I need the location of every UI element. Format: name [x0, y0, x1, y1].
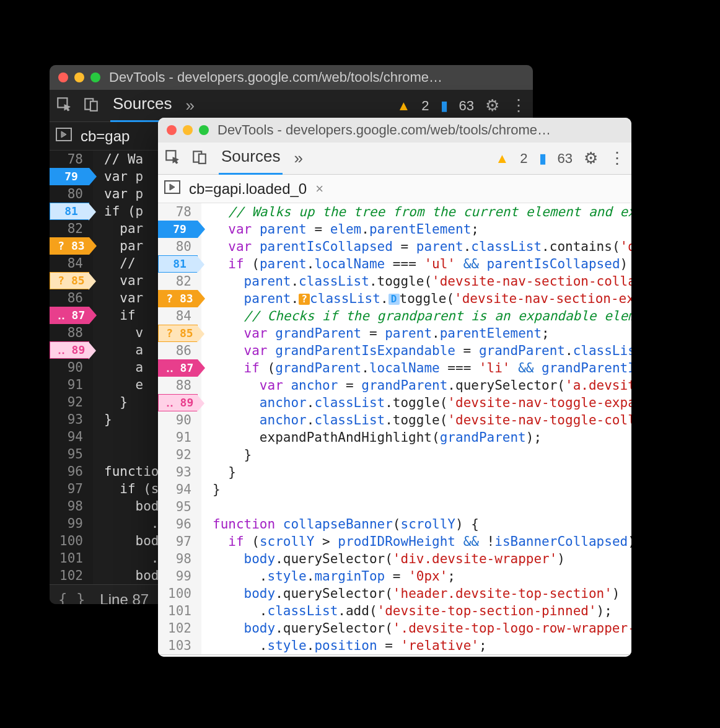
gutter-line[interactable]: 82	[158, 273, 196, 290]
warning-icon[interactable]: ▲	[397, 98, 410, 114]
minimize-window-button[interactable]	[183, 125, 193, 135]
gutter-line[interactable]: 99	[50, 515, 88, 532]
gear-icon[interactable]: ⚙	[485, 96, 499, 115]
gutter-line[interactable]: 80	[50, 185, 88, 203]
gutter-line[interactable]: 80	[158, 238, 196, 255]
gutter-line[interactable]: 98	[158, 550, 196, 568]
gutter-line[interactable]: ? 83	[50, 237, 88, 255]
close-window-button[interactable]	[58, 72, 68, 82]
device-icon[interactable]	[191, 149, 208, 169]
gutter-line[interactable]: 92	[158, 446, 196, 463]
breakpoint-marker[interactable]: ‥ 89	[158, 394, 198, 411]
gutter-line[interactable]: 82	[50, 220, 88, 237]
breakpoint-marker[interactable]: ‥ 87	[50, 307, 89, 324]
gutter-line[interactable]: 88	[50, 324, 88, 341]
gutter-line[interactable]: 84	[50, 255, 88, 272]
gutter-line[interactable]: 99	[158, 568, 196, 585]
breakpoint-marker[interactable]: ? 85	[50, 272, 89, 289]
debugger-panel-icon[interactable]	[56, 128, 72, 145]
breakpoint-marker[interactable]: ? 83	[158, 290, 198, 307]
gutter-line[interactable]: 95	[158, 498, 196, 515]
more-tabs-icon[interactable]: »	[185, 96, 194, 115]
code-editor[interactable]: 7879808182? 8384? 8586‥ 8788‥ 8990919293…	[158, 203, 631, 654]
gutter-line[interactable]: 93	[50, 411, 88, 428]
minimize-window-button[interactable]	[74, 72, 84, 82]
gutter-line[interactable]: 100	[158, 585, 196, 602]
breakpoint-marker[interactable]: 81	[158, 255, 198, 273]
gutter-line[interactable]: ‥ 87	[50, 307, 88, 324]
gutter-line[interactable]: 97	[158, 533, 196, 550]
code-line[interactable]: body.querySelector('div.devsite-wrapper'…	[213, 550, 631, 568]
breakpoint-marker[interactable]: 81	[50, 203, 89, 220]
gutter[interactable]: 7879808182? 8384? 8586‥ 8788‥ 8990919293…	[158, 203, 201, 654]
code-line[interactable]: body.querySelector('header.devsite-top-s…	[213, 585, 631, 602]
code-line[interactable]: function collapseBanner(scrollY) {	[213, 515, 631, 533]
inspect-icon[interactable]	[164, 149, 180, 169]
tab-sources[interactable]: Sources	[110, 90, 174, 121]
gutter-line[interactable]: 97	[50, 480, 88, 498]
gutter-line[interactable]: ? 85	[158, 325, 196, 342]
code-line[interactable]: }	[213, 463, 631, 481]
device-icon[interactable]	[83, 96, 99, 116]
code-line[interactable]: var parent = elem.parentElement;	[213, 221, 631, 238]
code-line[interactable]: // Walks up the tree from the current el…	[213, 203, 631, 221]
code-line[interactable]: anchor.classList.toggle('devsite-nav-tog…	[213, 394, 631, 411]
gutter[interactable]: 7879808182? 8384? 8586‥ 8788‥ 8990919293…	[50, 151, 93, 584]
gutter-line[interactable]: 79	[50, 168, 88, 185]
code-line[interactable]: body.querySelector('.devsite-top-logo-ro…	[213, 620, 631, 637]
close-tab-icon[interactable]: ×	[315, 181, 323, 197]
breakpoint-marker[interactable]: ‥ 89	[50, 341, 89, 359]
breakpoint-marker[interactable]: ? 83	[50, 237, 89, 255]
warning-icon[interactable]: ▲	[495, 151, 509, 167]
code-line[interactable]: var parentIsCollapsed = parent.classList…	[213, 238, 631, 255]
gutter-line[interactable]: 79	[158, 221, 196, 238]
gutter-line[interactable]: 101	[50, 550, 88, 567]
gear-icon[interactable]: ⚙	[584, 149, 598, 168]
gutter-line[interactable]: 94	[50, 428, 88, 445]
gutter-line[interactable]: 86	[158, 342, 196, 359]
pretty-print-icon[interactable]: { }	[58, 591, 85, 605]
code-line[interactable]: expandPathAndHighlight(grandParent);	[213, 429, 631, 446]
gutter-line[interactable]: 91	[158, 429, 196, 446]
gutter-line[interactable]: 96	[158, 515, 196, 533]
gutter-line[interactable]: 103	[158, 637, 196, 654]
more-tabs-icon[interactable]: »	[294, 149, 302, 168]
kebab-icon[interactable]: ⋮	[609, 149, 625, 168]
tab-sources[interactable]: Sources	[219, 143, 283, 173]
gutter-line[interactable]: 96	[50, 463, 88, 480]
gutter-line[interactable]: ? 85	[50, 272, 88, 289]
gutter-line[interactable]: 94	[158, 481, 196, 498]
gutter-line[interactable]: 78	[50, 151, 88, 168]
gutter-line[interactable]: ‥ 89	[50, 341, 88, 359]
code-line[interactable]: // Checks if the grandparent is an expan…	[213, 307, 631, 325]
gutter-line[interactable]: 100	[50, 532, 88, 550]
code-line[interactable]: .style.position = 'relative';	[213, 637, 631, 654]
code-line[interactable]: var grandParent = parent.parentElement;	[213, 325, 631, 342]
breakpoint-marker[interactable]: ‥ 87	[158, 359, 198, 377]
gutter-line[interactable]: 90	[50, 359, 88, 376]
code-line[interactable]: if (grandParent.localName === 'li' && gr…	[213, 359, 631, 377]
gutter-line[interactable]: 102	[50, 567, 88, 584]
code-line[interactable]: var anchor = grandParent.querySelector('…	[213, 377, 631, 394]
gutter-line[interactable]: 98	[50, 498, 88, 515]
gutter-line[interactable]: ‥ 87	[158, 359, 196, 377]
code-line[interactable]: }	[213, 446, 631, 463]
code-line[interactable]	[213, 498, 631, 515]
file-tab-label[interactable]: cb=gap	[81, 128, 130, 145]
breakpoint-marker[interactable]: 79	[158, 221, 198, 238]
message-icon[interactable]: ▮	[539, 151, 547, 167]
gutter-line[interactable]: 90	[158, 411, 196, 429]
inspect-icon[interactable]	[56, 96, 72, 116]
gutter-line[interactable]: 78	[158, 203, 196, 221]
code-area[interactable]: // Walks up the tree from the current el…	[201, 203, 631, 654]
gutter-line[interactable]: 93	[158, 463, 196, 481]
gutter-line[interactable]: ‥ 89	[158, 394, 196, 411]
code-line[interactable]: parent.classList.toggle('devsite-nav-sec…	[213, 273, 631, 290]
code-line[interactable]: .classList.add('devsite-top-section-pinn…	[213, 602, 631, 620]
code-line[interactable]: }	[213, 481, 631, 498]
file-tab-label[interactable]: cb=gapi.loaded_0	[189, 180, 307, 198]
gutter-line[interactable]: 88	[158, 377, 196, 394]
code-line[interactable]: anchor.classList.toggle('devsite-nav-tog…	[213, 411, 631, 429]
gutter-line[interactable]: 92	[50, 393, 88, 411]
gutter-line[interactable]: ? 83	[158, 290, 196, 307]
